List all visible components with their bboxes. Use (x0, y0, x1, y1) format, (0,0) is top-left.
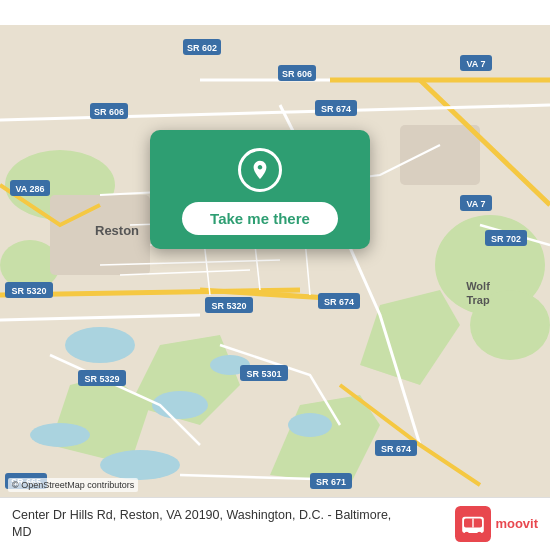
moovit-name: moovit (495, 517, 538, 531)
svg-text:Reston: Reston (95, 223, 139, 238)
location-pin-icon (238, 148, 282, 192)
osm-credit-text: © OpenStreetMap contributors (12, 480, 134, 490)
pin-svg (249, 159, 271, 181)
svg-text:SR 5301: SR 5301 (246, 369, 281, 379)
moovit-logo: moovit (455, 506, 538, 542)
svg-text:SR 702: SR 702 (491, 234, 521, 244)
svg-text:Wolf: Wolf (466, 280, 490, 292)
svg-text:SR 674: SR 674 (321, 104, 351, 114)
svg-text:SR 674: SR 674 (381, 444, 411, 454)
svg-text:SR 606: SR 606 (94, 107, 124, 117)
popup-card: Take me there (150, 130, 370, 249)
osm-attribution: © OpenStreetMap contributors (8, 478, 138, 492)
svg-point-12 (288, 413, 332, 437)
svg-text:SR 674: SR 674 (324, 297, 354, 307)
take-me-there-button[interactable]: Take me there (182, 202, 338, 235)
svg-text:Trap: Trap (466, 294, 490, 306)
svg-text:SR 671: SR 671 (316, 477, 346, 487)
svg-text:VA 7: VA 7 (466, 199, 485, 209)
svg-text:VA 7: VA 7 (466, 59, 485, 69)
moovit-brand-text: moovit (495, 517, 538, 531)
map-container: SR 602 SR 606 SR 606 VA 286 VA 7 VA 7 SR… (0, 0, 550, 550)
svg-text:SR 606: SR 606 (282, 69, 312, 79)
moovit-logo-svg (455, 506, 491, 542)
svg-point-9 (65, 327, 135, 363)
svg-text:SR 5320: SR 5320 (11, 286, 46, 296)
bottom-bar: Center Dr Hills Rd, Reston, VA 20190, Wa… (0, 497, 550, 550)
svg-point-14 (30, 423, 90, 447)
svg-text:VA 286: VA 286 (15, 184, 44, 194)
svg-text:SR 5320: SR 5320 (211, 301, 246, 311)
svg-point-56 (465, 532, 470, 537)
map-svg: SR 602 SR 606 SR 606 VA 286 VA 7 VA 7 SR… (0, 0, 550, 550)
svg-text:SR 5329: SR 5329 (84, 374, 119, 384)
svg-point-13 (100, 450, 180, 480)
address-text: Center Dr Hills Rd, Reston, VA 20190, Wa… (12, 507, 412, 542)
svg-point-57 (477, 532, 482, 537)
svg-rect-58 (463, 529, 483, 532)
svg-rect-17 (400, 125, 480, 185)
svg-text:SR 602: SR 602 (187, 43, 217, 53)
